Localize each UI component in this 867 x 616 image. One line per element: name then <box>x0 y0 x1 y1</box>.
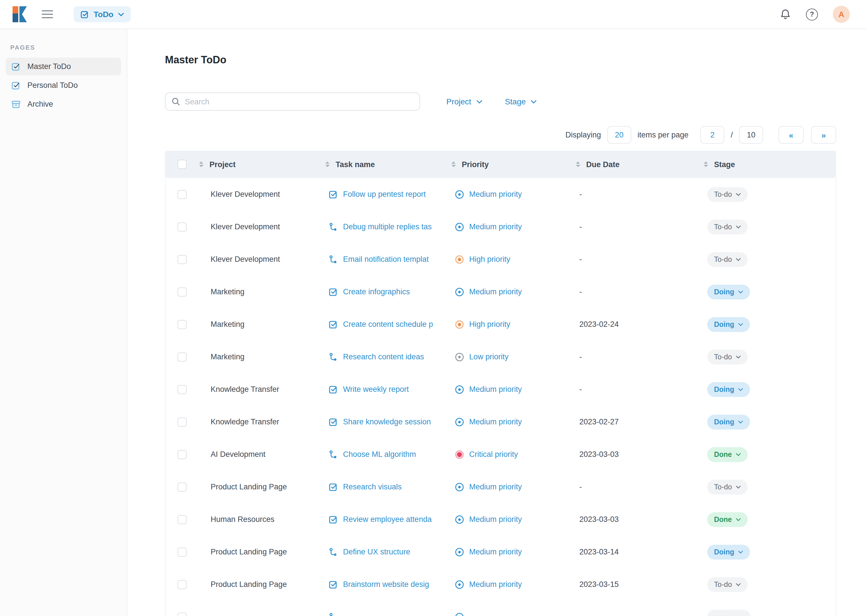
task-link[interactable]: Create content schedule p <box>343 320 433 328</box>
task-link[interactable]: Create infographics <box>343 288 410 296</box>
due-date-cell: 2023-03-14 <box>575 548 703 556</box>
stage-cell: To-do <box>703 252 835 267</box>
notifications-bell-icon[interactable] <box>780 8 791 20</box>
task-link[interactable]: Define UX structure <box>343 548 410 556</box>
task-link[interactable]: Follow up pentest report <box>343 190 426 198</box>
row-checkbox[interactable] <box>178 482 187 491</box>
row-checkbox[interactable] <box>178 287 187 296</box>
chevron-down-icon <box>736 485 741 489</box>
current-page-input[interactable]: 2 <box>700 126 724 144</box>
priority-cell[interactable]: High priority <box>451 255 575 264</box>
sidebar-item-archive[interactable]: Archive <box>6 95 121 113</box>
chevron-down-icon <box>736 355 741 358</box>
priority-icon <box>455 482 464 491</box>
due-date-cell: - <box>575 255 703 264</box>
column-header-task-name[interactable]: Task name <box>325 160 451 168</box>
page-title: Master ToDo <box>165 54 836 66</box>
stage-badge-dropdown[interactable]: To-do <box>707 577 748 592</box>
row-checkbox[interactable] <box>178 515 187 524</box>
priority-cell[interactable]: Medium priority <box>451 222 575 231</box>
stage-badge-dropdown[interactable]: Doing <box>707 414 750 429</box>
priority-cell[interactable]: Medium priority <box>451 190 575 199</box>
stage-badge-dropdown[interactable]: To-do <box>707 219 748 234</box>
stage-badge-dropdown[interactable]: Doing <box>707 317 750 332</box>
stage-filter-dropdown[interactable]: Stage <box>505 97 536 106</box>
priority-icon <box>455 287 464 296</box>
priority-label: Medium priority <box>469 222 522 231</box>
row-checkbox[interactable] <box>178 352 187 361</box>
priority-cell[interactable]: Critical priority <box>451 450 575 459</box>
task-link[interactable]: Share knowledge session <box>343 418 431 426</box>
row-checkbox[interactable] <box>178 612 187 616</box>
priority-icon <box>455 580 464 589</box>
task-link[interactable]: Debug multiple replies tas <box>343 222 432 231</box>
task-link[interactable]: Brainstorm website desig <box>343 580 429 589</box>
table-header-checkbox[interactable] <box>178 160 187 169</box>
stage-badge-dropdown[interactable]: Doing <box>707 382 750 397</box>
priority-cell[interactable]: Medium priority <box>451 547 575 556</box>
project-filter-label: Project <box>446 97 471 106</box>
row-checkbox[interactable] <box>178 385 187 394</box>
due-date-cell: - <box>575 482 703 491</box>
task-link[interactable]: Write weekly report <box>343 385 409 394</box>
row-checkbox[interactable] <box>178 222 187 231</box>
sidebar-item-personal-todo[interactable]: Personal ToDo <box>6 76 121 94</box>
workspace-switcher[interactable]: ToDo <box>74 6 131 22</box>
priority-cell[interactable]: Medium priority <box>451 482 575 491</box>
stage-badge-dropdown[interactable]: To-do <box>707 252 748 267</box>
user-avatar[interactable]: A <box>833 6 850 23</box>
project-cell: Klever Development <box>199 222 325 231</box>
items-per-page-input[interactable]: 20 <box>607 126 631 144</box>
task-link[interactable]: Review employee attenda <box>343 515 432 523</box>
stage-badge-dropdown[interactable]: Doing <box>707 284 750 299</box>
stage-badge-dropdown[interactable]: To-do <box>707 479 748 494</box>
prev-page-button[interactable]: « <box>779 126 804 144</box>
hamburger-menu-icon[interactable] <box>42 10 53 18</box>
stage-badge-dropdown[interactable]: Done <box>707 447 748 462</box>
row-checkbox[interactable] <box>178 255 187 264</box>
column-header-project[interactable]: Project <box>199 160 325 168</box>
search-input[interactable] <box>165 93 420 111</box>
stage-badge-dropdown[interactable]: To-do <box>707 349 748 364</box>
sidebar: PAGES Master ToDo Personal ToDo <box>0 29 127 616</box>
stage-filter-label: Stage <box>505 97 526 106</box>
task-link[interactable]: Research visuals <box>343 482 402 491</box>
stage-badge-dropdown[interactable] <box>707 610 750 616</box>
brand-logo-icon[interactable] <box>13 6 27 22</box>
task-link[interactable]: Research content ideas <box>343 352 424 361</box>
column-header-stage[interactable]: Stage <box>703 160 835 168</box>
task-link[interactable]: Email notification templat <box>343 255 429 264</box>
stage-badge-dropdown[interactable]: Doing <box>707 544 750 559</box>
row-checkbox[interactable] <box>178 320 187 329</box>
priority-cell[interactable]: High priority <box>451 320 575 329</box>
next-page-button[interactable]: » <box>811 126 836 144</box>
task-link[interactable]: Choose ML algorithm <box>343 450 416 459</box>
row-checkbox[interactable] <box>178 580 187 589</box>
column-header-priority[interactable]: Priority <box>451 160 575 168</box>
app-root: ToDo ? A PAGES <box>0 0 867 616</box>
due-date-cell: - <box>575 288 703 296</box>
priority-label: High priority <box>469 320 510 328</box>
priority-cell[interactable]: Medium priority <box>451 515 575 524</box>
priority-cell[interactable]: Medium priority <box>451 385 575 394</box>
priority-cell[interactable]: Low priority <box>451 352 575 361</box>
stage-label: Doing <box>714 548 734 556</box>
page-separator: / <box>731 130 733 139</box>
priority-cell[interactable] <box>451 612 575 616</box>
table-row: AI Development Choose ML algorithm Criti… <box>166 438 835 471</box>
column-header-due-date[interactable]: Due Date <box>575 160 703 168</box>
project-filter-dropdown[interactable]: Project <box>446 97 482 106</box>
help-icon[interactable]: ? <box>806 8 818 20</box>
row-checkbox[interactable] <box>178 190 187 199</box>
row-checkbox[interactable] <box>178 547 187 556</box>
priority-cell[interactable]: Medium priority <box>451 417 575 426</box>
stage-badge-dropdown[interactable]: To-do <box>707 187 748 202</box>
row-checkbox[interactable] <box>178 417 187 426</box>
priority-cell[interactable]: Medium priority <box>451 580 575 589</box>
task-type-icon <box>329 450 338 459</box>
priority-cell[interactable]: Medium priority <box>451 287 575 296</box>
sidebar-item-master-todo[interactable]: Master ToDo <box>6 58 121 75</box>
row-checkbox[interactable] <box>178 450 187 459</box>
priority-label: Critical priority <box>469 450 518 459</box>
stage-badge-dropdown[interactable]: Done <box>707 512 748 527</box>
